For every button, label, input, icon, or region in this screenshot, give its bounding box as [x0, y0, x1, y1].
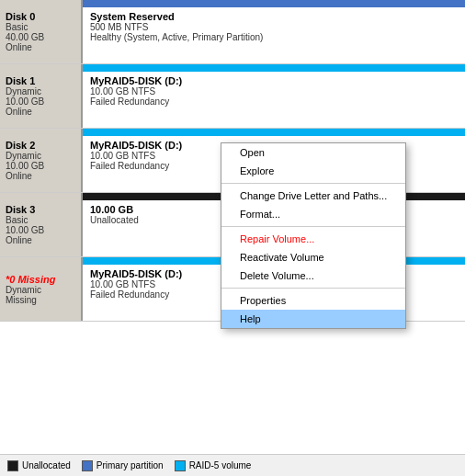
menu-separator: [221, 288, 405, 289]
disk-size-disk3: 10.00 GB: [6, 225, 75, 235]
volume-name-disk1: MyRAID5-DISK (D:): [90, 75, 458, 86]
legend-label-raid5: RAID-5 volume: [189, 460, 252, 470]
disk-type-disk1: Dynamic: [6, 86, 75, 96]
legend-item-primary: Primary partition: [82, 460, 164, 471]
legend-item-unallocated: Unallocated: [7, 460, 71, 471]
volume-content-disk1[interactable]: MyRAID5-DISK (D:)10.00 GB NTFSFailed Red…: [83, 72, 465, 128]
disk-status-disk3: Online: [6, 235, 75, 245]
disk-type-disk3: Basic: [6, 215, 75, 225]
volume-details2-disk1: Failed Redundancy: [90, 96, 458, 107]
disk-type-disk2: Dynamic: [6, 151, 75, 161]
disk-info-disk2: Disk 2Dynamic10.00 GBOnline: [0, 129, 83, 192]
menu-item-delete[interactable]: Delete Volume...: [221, 266, 405, 285]
menu-item-explore[interactable]: Explore: [221, 162, 405, 180]
disk-info-disk3: Disk 3Basic10.00 GBOnline: [0, 193, 83, 256]
volume-details1-disk1: 10.00 GB NTFS: [90, 86, 458, 96]
legend-label-primary: Primary partition: [96, 460, 164, 470]
disk-name-disk2: Disk 2: [6, 140, 75, 151]
menu-item-repair[interactable]: Repair Volume...: [221, 230, 405, 248]
disk-volumes-disk0[interactable]: System Reserved500 MB NTFSHealthy (Syste…: [83, 0, 465, 63]
disk-volumes-disk1[interactable]: MyRAID5-DISK (D:)10.00 GB NTFSFailed Red…: [83, 64, 465, 128]
legend-item-raid5: RAID-5 volume: [175, 460, 252, 471]
legend: UnallocatedPrimary partitionRAID-5 volum…: [0, 454, 465, 476]
menu-item-reactivate[interactable]: Reactivate Volume: [221, 248, 405, 266]
legend-box-unallocated: [7, 460, 18, 471]
menu-item-properties[interactable]: Properties: [221, 291, 405, 310]
disk-row-disk0: Disk 0Basic40.00 GBOnlineSystem Reserved…: [0, 0, 465, 64]
disk-size-disk2: 10.00 GB: [6, 161, 75, 171]
menu-item-help[interactable]: Help: [221, 310, 405, 328]
volume-content-disk0[interactable]: System Reserved500 MB NTFSHealthy (Syste…: [83, 7, 465, 63]
disk-name-disk1: Disk 1: [6, 75, 75, 86]
disk-status-disk2: Online: [6, 171, 75, 181]
volume-stripe-disk1: [83, 64, 465, 72]
disk-status-disk0: Online: [6, 42, 75, 52]
volume-details1-disk0: 500 MB NTFS: [90, 22, 458, 32]
volume-name-disk0: System Reserved: [90, 11, 458, 22]
disk-status-disk1: Online: [6, 107, 75, 117]
disk-info-disk1: Disk 1Dynamic10.00 GBOnline: [0, 64, 83, 128]
legend-box-raid5: [175, 460, 186, 471]
menu-separator: [221, 183, 405, 184]
disk-row-disk1: Disk 1Dynamic10.00 GBOnlineMyRAID5-DISK …: [0, 64, 465, 129]
disk-type-missing: Dynamic: [6, 285, 75, 295]
menu-item-open[interactable]: Open: [221, 143, 405, 162]
volume-stripe-disk0: [83, 0, 465, 7]
menu-item-change-drive[interactable]: Change Drive Letter and Paths...: [221, 187, 405, 205]
menu-item-format[interactable]: Format...: [221, 205, 405, 223]
menu-separator: [221, 226, 405, 227]
disk-name-missing: *0 Missing: [6, 274, 75, 285]
disk-name-disk0: Disk 0: [6, 11, 75, 22]
disk-status-missing: Missing: [6, 295, 75, 305]
legend-label-unallocated: Unallocated: [22, 460, 71, 470]
disk-size-disk1: 10.00 GB: [6, 96, 75, 107]
disk-info-disk0: Disk 0Basic40.00 GBOnline: [0, 0, 83, 63]
disk-info-missing: *0 MissingDynamicMissing: [0, 257, 83, 321]
disk-name-disk3: Disk 3: [6, 204, 75, 215]
volume-details2-disk0: Healthy (System, Active, Primary Partiti…: [90, 32, 458, 42]
context-menu: OpenExploreChange Drive Letter and Paths…: [221, 142, 406, 329]
disk-size-disk0: 40.00 GB: [6, 32, 75, 42]
disk-type-disk0: Basic: [6, 22, 75, 32]
legend-box-primary: [82, 460, 93, 471]
volume-stripe-disk2: [83, 129, 465, 136]
